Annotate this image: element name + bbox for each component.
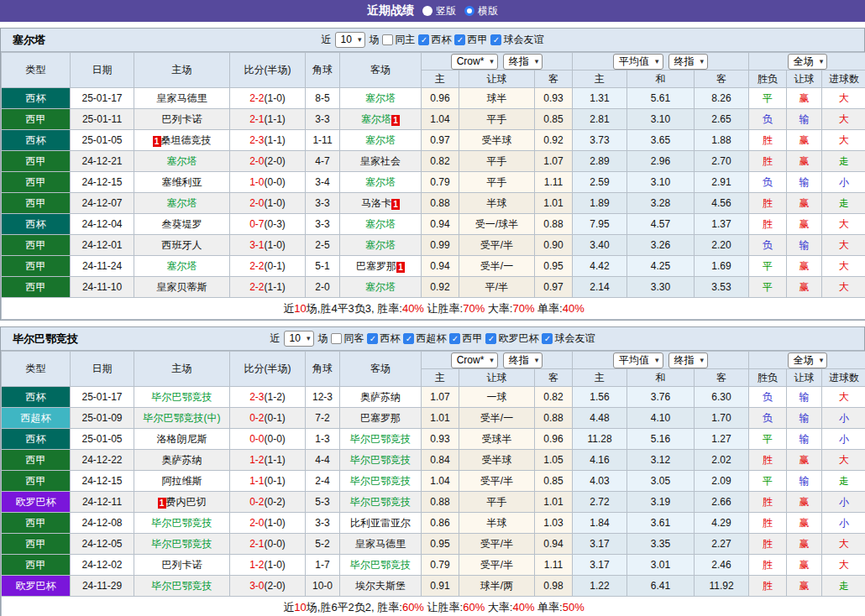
score-cell: 1-1(0-1) bbox=[230, 471, 306, 492]
radio-vertical-layout[interactable]: 竖版 bbox=[422, 4, 456, 18]
final-odds-select[interactable]: 终指▾ bbox=[503, 54, 543, 70]
match-count-select[interactable]: 10▾ bbox=[284, 331, 315, 347]
checkbox-icon: ✓ bbox=[418, 34, 429, 45]
result-cell: 大 bbox=[822, 387, 865, 408]
team-sections: 塞尔塔近10▾场同主✓西杯✓西甲✓球会友谊类型日期主场比分(半场)角球客场Cro… bbox=[0, 28, 865, 616]
league-filter-checkbox[interactable]: ✓西超杯 bbox=[403, 331, 446, 346]
average-odds-cell: 3.61 bbox=[627, 513, 695, 534]
away-team-cell: 毕尔巴鄂竞技 bbox=[340, 555, 422, 576]
dropdown-arrow-icon: ▾ bbox=[655, 55, 659, 67]
home-team-cell: 毕尔巴鄂竞技(中) bbox=[134, 408, 230, 429]
bookmaker-odds-cell: 半球 bbox=[459, 513, 535, 534]
column-header: 日期 bbox=[71, 352, 134, 387]
average-odds-cell: 4.10 bbox=[627, 408, 695, 429]
average-odds-group: 平均值▾终指▾ bbox=[573, 53, 749, 70]
team-name: 塞尔塔 bbox=[365, 218, 396, 230]
bookmaker-odds-cell: 1.07 bbox=[422, 387, 459, 408]
bookmaker-odds-cell: 受一/球半 bbox=[459, 214, 535, 235]
league-filter-checkbox[interactable]: ✓球会友谊 bbox=[542, 331, 595, 346]
summary-text: 50% bbox=[563, 601, 585, 613]
checkbox-label: 西甲 bbox=[467, 33, 487, 47]
average-odds-cell: 2.81 bbox=[573, 109, 627, 130]
red-card-badge: 1 bbox=[153, 136, 161, 147]
result-cell: 大 bbox=[822, 130, 865, 151]
average-odds-cell: 4.48 bbox=[573, 408, 627, 429]
league-filter-checkbox[interactable]: ✓球会友谊 bbox=[490, 33, 543, 47]
result-cell: 赢 bbox=[787, 277, 822, 298]
match-count-select[interactable]: 10▾ bbox=[335, 32, 366, 48]
average-odds-cell: 6.41 bbox=[627, 576, 695, 597]
average-odds-cell: 3.05 bbox=[627, 471, 695, 492]
competition-cell: 西甲 bbox=[2, 471, 71, 492]
bookmaker-odds-cell: 0.94 bbox=[422, 214, 459, 235]
result-cell: 小 bbox=[822, 429, 865, 450]
bookmaker-select[interactable]: Crow*▾ bbox=[451, 352, 498, 368]
league-filter-checkbox[interactable]: ✓欧罗巴杯 bbox=[485, 331, 538, 346]
match-filters: 近10▾场同客✓西杯✓西超杯✓西甲✓欧罗巴杯✓球会友谊 bbox=[270, 331, 595, 347]
summary-cell: 近10场,胜6平2负2, 胜率:60% 让胜率:60% 大率:40% 单率:50… bbox=[2, 597, 865, 616]
summary-row: 近10场,胜4平3负3, 胜率:40% 让胜率:70% 大率:70% 单率:40… bbox=[2, 298, 865, 320]
red-card-badge: 1 bbox=[396, 262, 405, 273]
checkbox-label: 欧罗巴杯 bbox=[498, 331, 538, 346]
average-odds-cell: 3.28 bbox=[627, 193, 695, 214]
league-filter-checkbox[interactable]: ✓西甲 bbox=[454, 33, 487, 47]
checkbox-icon bbox=[331, 333, 342, 344]
summary-text: 让胜率: bbox=[424, 302, 463, 315]
score-cell: 2-1(0-0) bbox=[230, 534, 306, 555]
same-venue-checkbox[interactable]: 同主 bbox=[382, 33, 415, 47]
half-time-score: (1-0) bbox=[265, 517, 286, 529]
average-odds-cell: 1.69 bbox=[695, 256, 749, 277]
team-name: 塞尔塔 bbox=[365, 239, 396, 251]
radio-horizontal-layout[interactable]: 横版 bbox=[464, 4, 498, 18]
results-table: 类型日期主场比分(半场)角球客场Crow*▾终指▾平均值▾终指▾全场▾主让球客主… bbox=[1, 52, 865, 320]
summary-text: 70% bbox=[512, 302, 534, 315]
near-label: 近 bbox=[322, 33, 332, 47]
average-odds-cell: 2.20 bbox=[695, 235, 749, 256]
home-team-cell: 1桑坦德竞技 bbox=[134, 130, 230, 151]
same-venue-checkbox[interactable]: 同客 bbox=[331, 331, 364, 346]
table-row: 西甲24-12-01西班牙人3-1(1-0)2-5塞尔塔0.99受平/半0.90… bbox=[2, 235, 865, 256]
average-odds-cell: 2.70 bbox=[695, 151, 749, 172]
average-select[interactable]: 平均值▾ bbox=[613, 352, 663, 368]
radio-vertical-label: 竖版 bbox=[436, 4, 456, 18]
checkbox-icon: ✓ bbox=[449, 333, 460, 344]
corners-cell: 12-3 bbox=[306, 387, 340, 408]
checkbox-icon: ✓ bbox=[490, 34, 501, 45]
bookmaker-odds-cell: 一球 bbox=[459, 387, 535, 408]
average-select[interactable]: 平均值▾ bbox=[613, 54, 663, 70]
team-name: 皇家马德里 bbox=[157, 92, 207, 104]
final-odds-select[interactable]: 终指▾ bbox=[668, 352, 709, 368]
league-filter-checkbox[interactable]: ✓西杯 bbox=[367, 331, 400, 346]
team-name: 巴塞罗那 bbox=[356, 260, 396, 272]
checkbox-label: 西甲 bbox=[462, 331, 482, 346]
final-odds-select-value: 终指 bbox=[674, 354, 695, 366]
away-team-cell: 毕尔巴鄂竞技 bbox=[340, 492, 422, 513]
league-filter-checkbox[interactable]: ✓西杯 bbox=[418, 33, 451, 47]
league-filter-checkbox[interactable]: ✓西甲 bbox=[449, 331, 482, 346]
summary-text: 近 bbox=[283, 601, 294, 613]
competition-cell: 西杯 bbox=[2, 88, 71, 109]
team-name: 毕尔巴鄂竞技 bbox=[350, 433, 411, 445]
average-odds-cell: 1.31 bbox=[573, 88, 627, 109]
final-odds-select-value: 终指 bbox=[674, 55, 695, 67]
scope-select[interactable]: 全场▾ bbox=[788, 54, 828, 70]
average-odds-cell: 3.76 bbox=[627, 387, 695, 408]
corners-cell: 4-4 bbox=[306, 450, 340, 471]
table-row: 西超杯25-01-09毕尔巴鄂竞技(中)0-2(0-1)7-2巴塞罗那1.01受… bbox=[2, 408, 865, 429]
average-odds-cell: 3.26 bbox=[627, 235, 695, 256]
result-group: 全场▾ bbox=[749, 352, 865, 369]
header-selects-row: 类型日期主场比分(半场)角球客场Crow*▾终指▾平均值▾终指▾全场▾ bbox=[2, 53, 865, 70]
bookmaker-odds-cell: 0.96 bbox=[535, 429, 573, 450]
bookmaker-odds-cell: 受球半 bbox=[459, 429, 535, 450]
final-odds-select[interactable]: 终指▾ bbox=[503, 352, 543, 368]
home-team-cell: 洛格朗尼斯 bbox=[134, 429, 230, 450]
bookmaker-select[interactable]: Crow*▾ bbox=[451, 54, 498, 70]
competition-cell: 西甲 bbox=[2, 256, 71, 277]
half-time-score: (1-0) bbox=[265, 239, 286, 251]
final-odds-select[interactable]: 终指▾ bbox=[668, 54, 709, 70]
scope-select[interactable]: 全场▾ bbox=[788, 352, 828, 368]
sub-column-header: 客 bbox=[695, 70, 749, 88]
date-cell: 25-01-17 bbox=[71, 88, 134, 109]
away-team-cell: 皇家马德里 bbox=[340, 534, 422, 555]
result-cell: 胜 bbox=[749, 534, 787, 555]
